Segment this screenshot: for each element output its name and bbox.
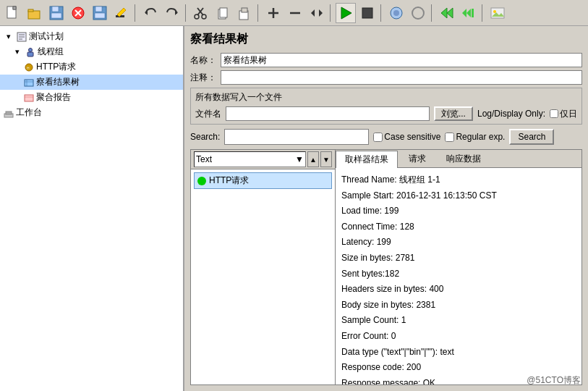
list-item[interactable]: HTTP请求 [194,172,332,189]
svg-point-48 [29,48,33,51]
separator-3 [257,4,260,22]
data-type: Data type ("text"|"bin"|""): text [341,345,576,361]
comment-input[interactable] [221,70,582,85]
copy-button[interactable] [213,3,233,23]
search-input[interactable] [224,129,369,145]
svg-marker-2 [13,7,16,9]
svg-rect-32 [362,8,372,18]
name-input[interactable] [221,53,582,67]
scroll-down-button[interactable]: ▼ [320,151,332,167]
case-sensitive-text: Case sensitive [384,132,440,142]
svg-rect-52 [25,80,33,86]
workbench-icon [3,107,14,119]
tree-expand-icon: ▾ [3,31,14,43]
image-button[interactable] [487,3,508,23]
svg-rect-6 [52,7,59,12]
tree-item-view-results-tree[interactable]: 察看结果树 [0,75,183,90]
svg-point-42 [493,10,496,13]
new-button[interactable] [3,3,23,23]
view-results-label: 察看结果树 [36,76,80,88]
success-icon [197,177,206,185]
remove-button[interactable] [285,3,305,23]
cut-button[interactable] [191,3,211,23]
svg-rect-23 [220,8,227,17]
undo-button[interactable] [140,3,161,23]
svg-marker-38 [462,9,466,17]
comment-row: 注释： [190,70,582,85]
workbench-label: 工作台 [16,106,42,119]
dropdown-arrow-icon: ▼ [295,154,304,164]
remote-button[interactable] [386,3,406,23]
tab-response-data[interactable]: 响应数据 [437,150,490,167]
only-log-label: 仅日 [560,108,577,120]
tree-item-http-request[interactable]: H HTTP请求 [0,59,183,75]
tabs-row: 取样器结果 请求 响应数据 [336,150,581,168]
tree-item-test-plan[interactable]: ▾ 测试计划 [0,29,183,44]
separator-5 [380,4,383,22]
open-button[interactable] [25,3,45,23]
separator-1 [135,4,137,22]
results-list: HTTP请求 [191,169,335,384]
svg-point-34 [393,10,399,16]
regular-exp-checkbox[interactable] [445,133,454,142]
panel-title: 察看结果树 [190,32,582,47]
tree-item-aggregate-report[interactable]: 聚合报告 [0,90,183,105]
regular-exp-label[interactable]: Regular exp. [445,132,505,142]
edit-button[interactable] [111,3,132,23]
response-message: Response message: OK [341,376,576,384]
plan-icon [16,31,27,43]
clear-button[interactable] [408,3,428,23]
file-section: 所有数据写入一个文件 文件名 刘览... Log/Display Only: 仅… [190,88,582,125]
svg-rect-12 [95,7,102,12]
file-name-input[interactable] [226,106,430,121]
svg-rect-58 [6,112,12,114]
separator-4 [330,4,333,22]
latency: Latency: 199 [341,235,576,251]
results-area: Text ▼ ▲ ▼ HTTP请求 取样器结果 请求 [190,149,582,385]
svg-marker-37 [447,8,453,18]
case-sensitive-checkbox[interactable] [373,133,383,142]
run-button[interactable] [336,3,356,23]
thread-expand-icon: ▾ [12,46,23,58]
only-log-checkbox[interactable] [550,109,558,118]
svg-point-21 [202,14,206,19]
svg-rect-13 [95,13,105,18]
separator-2 [185,4,188,22]
close-button[interactable] [68,3,88,23]
response-code: Response code: 200 [341,360,576,376]
save2-button[interactable] [90,3,110,23]
case-sensitive-label[interactable]: Case sensitive [373,132,440,142]
view-icon [23,77,35,88]
stop-button[interactable] [357,3,378,23]
run2-button[interactable] [437,3,457,23]
results-left-panel: Text ▼ ▲ ▼ HTTP请求 [191,150,336,384]
tree-item-workbench[interactable]: 工作台 [0,105,183,120]
browse-button[interactable]: 刘览... [434,106,473,121]
paste-button[interactable] [234,3,255,23]
sample-count: Sample Count: 1 [341,313,576,329]
svg-marker-29 [311,9,315,17]
error-count: Error Count: 0 [341,329,576,345]
text-dropdown[interactable]: Text ▼ [194,151,306,167]
separator-7 [482,4,485,22]
svg-marker-30 [319,9,323,17]
http-request-label: HTTP请求 [36,61,76,73]
search-button[interactable]: Search [509,129,554,145]
tab-sampler-result[interactable]: 取样器结果 [336,151,398,168]
tab-request[interactable]: 请求 [399,150,435,167]
tree-item-thread-group[interactable]: ▾ 线程组 [0,44,183,59]
move-button[interactable] [307,3,327,23]
thread-group-label: 线程组 [38,46,64,58]
save-button[interactable] [46,3,67,23]
thread-icon [25,46,36,58]
only-log-checkbox-label[interactable]: 仅日 [550,108,577,120]
svg-rect-4 [28,9,33,12]
scroll-up-button[interactable]: ▲ [307,151,319,167]
svg-marker-39 [466,9,471,17]
add-button[interactable] [263,3,284,23]
run3-button[interactable] [459,3,479,23]
test-plan-label: 测试计划 [29,30,64,43]
load-time: Load time: 199 [341,203,576,219]
text-dropdown-label: Text [196,154,212,164]
redo-button[interactable] [162,3,182,23]
